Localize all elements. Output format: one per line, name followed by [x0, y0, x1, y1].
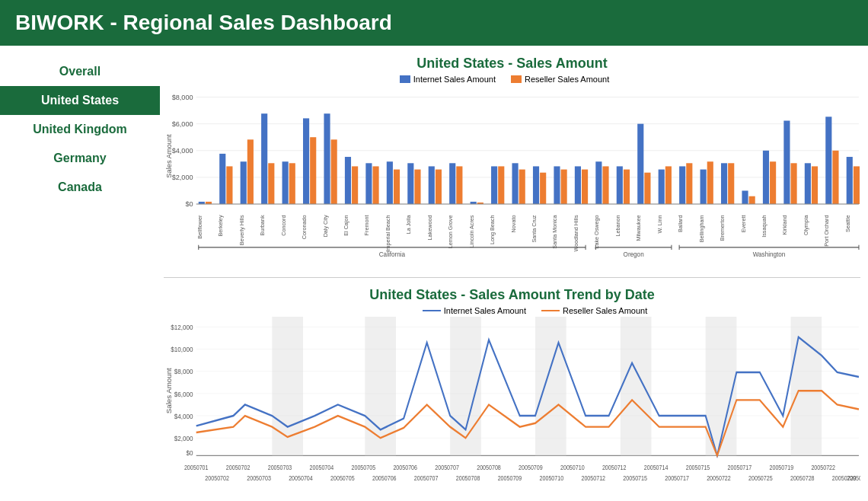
svg-rect-20 [289, 163, 295, 204]
svg-text:20050702: 20050702 [226, 464, 251, 471]
svg-rect-74 [854, 166, 860, 204]
svg-text:$10,000: $10,000 [171, 346, 193, 354]
svg-rect-140 [535, 317, 566, 455]
svg-text:Seattle: Seattle [845, 215, 851, 231]
line-legend-internet-label: Internet Sales Amount [444, 306, 526, 315]
svg-text:20050715: 20050715 [686, 464, 710, 471]
svg-rect-137 [272, 317, 303, 455]
svg-rect-67 [783, 121, 790, 205]
svg-rect-15 [241, 161, 247, 204]
svg-text:$12,000: $12,000 [171, 323, 193, 331]
svg-rect-18 [268, 163, 274, 204]
sidebar: Overall United States United Kingdom Ger… [0, 46, 160, 501]
svg-text:Ballard: Ballard [678, 215, 684, 231]
svg-text:W. Linn: W. Linn [657, 215, 663, 233]
svg-text:Santa Monica: Santa Monica [553, 215, 559, 248]
svg-text:20050725: 20050725 [748, 475, 773, 483]
svg-text:Milwaukee: Milwaukee [636, 215, 642, 241]
svg-rect-68 [791, 163, 797, 204]
svg-text:Daly City: Daly City [323, 215, 329, 237]
svg-rect-24 [331, 139, 337, 204]
svg-text:20050706: 20050706 [393, 464, 417, 471]
svg-text:20050703: 20050703 [247, 475, 271, 483]
svg-text:Sales Amount: Sales Amount [165, 134, 173, 178]
sidebar-item-overall[interactable]: Overall [0, 57, 160, 86]
svg-text:Fremont: Fremont [364, 215, 370, 236]
svg-text:Lake Oswego: Lake Oswego [594, 215, 600, 248]
svg-text:20050707: 20050707 [435, 464, 459, 471]
svg-rect-44 [540, 173, 546, 204]
sidebar-item-germany[interactable]: Germany [0, 144, 160, 173]
svg-rect-25 [345, 157, 351, 204]
svg-text:$8,000: $8,000 [172, 94, 193, 101]
svg-text:Lemon Grove: Lemon Grove [448, 215, 454, 248]
line-legend-reseller: Reseller Sales Amount [541, 306, 647, 315]
svg-rect-56 [665, 166, 672, 204]
svg-text:Port Orchard: Port Orchard [824, 215, 830, 246]
svg-rect-72 [832, 151, 838, 204]
legend-internet-box [400, 75, 410, 83]
svg-text:Novato: Novato [511, 215, 517, 232]
svg-text:20050709: 20050709 [519, 464, 543, 471]
svg-rect-23 [324, 113, 330, 204]
svg-text:20050702: 20050702 [205, 475, 229, 483]
svg-rect-35 [449, 163, 455, 204]
svg-text:$0: $0 [187, 449, 193, 458]
svg-text:Coronado: Coronado [302, 215, 308, 239]
svg-text:20050717: 20050717 [728, 464, 752, 471]
svg-rect-73 [847, 157, 853, 204]
svg-rect-46 [561, 170, 567, 204]
sidebar-item-uk[interactable]: United Kingdom [0, 115, 160, 144]
svg-text:Burbank: Burbank [260, 215, 266, 235]
svg-rect-51 [617, 166, 623, 204]
svg-text:Issaquah: Issaquah [761, 215, 767, 237]
svg-text:$2,000: $2,000 [172, 174, 193, 181]
sidebar-item-us[interactable]: United States [0, 86, 160, 115]
line-legend-internet-icon [423, 307, 441, 314]
sidebar-item-canada[interactable]: Canada [0, 173, 160, 202]
svg-text:Bellingham: Bellingham [699, 215, 705, 242]
svg-rect-48 [582, 170, 588, 204]
svg-rect-39 [491, 166, 497, 204]
svg-rect-57 [679, 166, 685, 204]
svg-rect-53 [637, 124, 643, 204]
svg-text:$2,000: $2,000 [174, 434, 193, 442]
svg-rect-26 [352, 166, 358, 204]
svg-rect-43 [533, 166, 539, 204]
svg-rect-66 [770, 161, 776, 204]
svg-text:$4,000: $4,000 [172, 147, 193, 155]
svg-text:$8,000: $8,000 [174, 368, 193, 376]
line-legend-reseller-icon [541, 307, 560, 314]
legend-internet: Internet Sales Amount [400, 75, 496, 84]
svg-rect-34 [436, 170, 442, 204]
svg-rect-70 [812, 166, 818, 204]
bar-chart-legend: Internet Sales Amount Reseller Sales Amo… [400, 75, 625, 84]
line-chart-section: United States - Sales Amount Trend by Da… [164, 281, 860, 497]
svg-rect-21 [303, 118, 309, 204]
legend-internet-label: Internet Sales Amount [413, 75, 496, 84]
svg-text:Olympia: Olympia [803, 215, 809, 235]
svg-text:20050704: 20050704 [310, 464, 334, 471]
svg-text:20050712: 20050712 [581, 475, 605, 483]
svg-text:20050708: 20050708 [456, 475, 480, 483]
svg-text:20050704: 20050704 [289, 475, 313, 483]
svg-text:Kirkland: Kirkland [782, 215, 788, 235]
svg-text:20050705: 20050705 [351, 464, 375, 471]
svg-text:$4,000: $4,000 [174, 412, 193, 420]
svg-text:20050728: 20050728 [790, 475, 815, 483]
bar-chart-section: United States - Sales Amount Internet Sa… [164, 49, 860, 274]
svg-text:La Jolla: La Jolla [406, 215, 412, 234]
svg-rect-17 [261, 113, 267, 204]
svg-rect-142 [706, 317, 737, 455]
svg-text:Woodland Hills: Woodland Hills [573, 215, 579, 251]
bar-chart-svg: $8,000 $6,000 $4,000 $2,000 $0 Sales Amo… [164, 85, 860, 274]
bar-chart-title: United States - Sales Amount [416, 56, 607, 72]
svg-rect-49 [595, 161, 602, 204]
svg-text:Bremerton: Bremerton [720, 215, 726, 241]
svg-rect-138 [365, 317, 396, 455]
svg-text:20050722: 20050722 [707, 475, 731, 483]
svg-rect-36 [456, 166, 462, 204]
svg-rect-31 [407, 163, 413, 204]
svg-text:California: California [379, 251, 406, 258]
svg-rect-30 [394, 170, 400, 204]
